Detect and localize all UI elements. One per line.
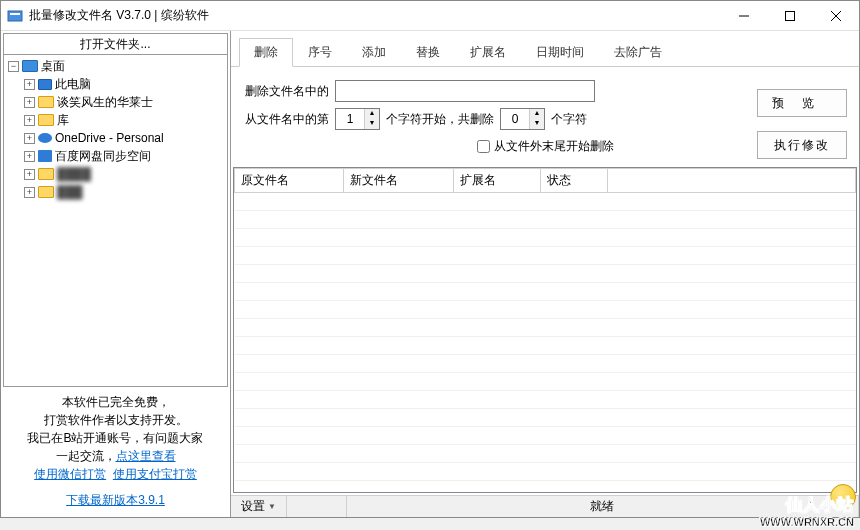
minimize-button[interactable] [721,1,767,31]
folder-icon [38,168,54,180]
folder-icon [38,96,54,108]
tree-item[interactable]: +████ [4,165,227,183]
tree-item[interactable]: +库 [4,111,227,129]
tree-item[interactable]: +百度网盘同步空间 [4,147,227,165]
table-row [235,265,856,283]
window-title: 批量修改文件名 V3.7.0 | 缤纷软件 [29,7,721,24]
link-alipay[interactable]: 使用支付宝打赏 [113,467,197,481]
from-char-label-b: 个字符开始，共删除 [386,111,494,128]
footer-line1: 本软件已完全免费， [7,393,224,411]
tree-item-label: ███ [57,185,83,199]
link-download[interactable]: 下载最新版本3.9.1 [66,493,165,507]
table-row [235,283,856,301]
tree-item[interactable]: +███ [4,183,227,201]
tab-1[interactable]: 序号 [293,38,347,67]
tab-2[interactable]: 添加 [347,38,401,67]
link-wechat[interactable]: 使用微信打赏 [34,467,106,481]
expand-icon[interactable]: + [24,169,35,180]
tab-5[interactable]: 日期时间 [521,38,599,67]
spin-up-icon[interactable]: ▲ [365,109,379,119]
table-row [235,193,856,211]
folder-icon [38,79,52,90]
from-end-checkbox[interactable] [477,140,490,153]
tree-item[interactable]: +谈笑风生的华莱士 [4,93,227,111]
tree-item-label: 谈笑风生的华莱士 [57,94,153,111]
tree-item[interactable]: +此电脑 [4,75,227,93]
expand-icon[interactable]: + [24,187,35,198]
tab-4[interactable]: 扩展名 [455,38,521,67]
tab-6[interactable]: 去除广告 [599,38,677,67]
table-row [235,229,856,247]
table-row [235,409,856,427]
column-header[interactable]: 状态 [541,169,607,193]
open-folder-button[interactable]: 打开文件夹... [3,33,228,55]
column-header[interactable]: 扩展名 [453,169,541,193]
expand-icon[interactable]: + [24,133,35,144]
table-row [235,355,856,373]
settings-label: 设置 [241,498,265,515]
from-char-label-a: 从文件名中的第 [245,111,329,128]
status-text: 就绪 [347,496,859,517]
folder-icon [38,186,54,198]
table-row [235,301,856,319]
expand-icon[interactable]: + [24,151,35,162]
column-header[interactable]: 新文件名 [344,169,453,193]
delete-count-value[interactable] [501,109,529,129]
table-row [235,427,856,445]
svg-rect-0 [8,11,22,21]
tree-item-label: 此电脑 [55,76,91,93]
watermark-emoji [830,484,856,510]
folder-icon [38,150,52,162]
spin-down-icon[interactable]: ▼ [530,119,544,129]
results-grid[interactable]: 原文件名新文件名扩展名状态 [233,167,857,493]
maximize-button[interactable] [767,1,813,31]
svg-rect-3 [786,12,795,21]
footer-line3b: 一起交流， [56,449,116,463]
execute-button[interactable]: 执行修改 [757,131,847,159]
delete-text-input[interactable] [335,80,595,102]
footer-line2: 打赏软件作者以支持开发。 [7,411,224,429]
tree-item[interactable]: +OneDrive - Personal [4,129,227,147]
start-char-value[interactable] [336,109,364,129]
right-panel: 删除序号添加替换扩展名日期时间去除广告 删除文件名中的 从文件名中的第 ▲▼ 个… [231,31,859,517]
expand-icon[interactable]: + [24,97,35,108]
start-char-spinner[interactable]: ▲▼ [335,108,380,130]
tree-root[interactable]: − 桌面 [4,57,227,75]
titlebar: 批量修改文件名 V3.7.0 | 缤纷软件 [1,1,859,31]
close-button[interactable] [813,1,859,31]
folder-icon [38,133,52,143]
column-filler [607,169,855,193]
desktop-icon [22,60,38,72]
spin-up-icon[interactable]: ▲ [530,109,544,119]
table-row [235,211,856,229]
execute-label: 执行修改 [774,138,830,152]
delete-label: 删除文件名中的 [245,83,329,100]
expand-icon[interactable]: + [24,79,35,90]
folder-tree[interactable]: − 桌面 +此电脑+谈笑风生的华莱士+库+OneDrive - Personal… [3,55,228,387]
settings-button[interactable]: 设置 ▼ [231,496,287,517]
tabs: 删除序号添加替换扩展名日期时间去除广告 [239,37,851,66]
table-row [235,445,856,463]
footer-line3a: 我已在B站开通账号，有问题大家 [27,431,203,445]
from-char-label-c: 个字符 [551,111,587,128]
spin-down-icon[interactable]: ▼ [365,119,379,129]
left-panel: 打开文件夹... − 桌面 +此电脑+谈笑风生的华莱士+库+OneDrive -… [1,31,231,517]
collapse-icon[interactable]: − [8,61,19,72]
tree-root-label: 桌面 [41,58,65,75]
tree-item-label: 库 [57,112,69,129]
expand-icon[interactable]: + [24,115,35,126]
link-view[interactable]: 点这里查看 [116,449,176,463]
tab-0[interactable]: 删除 [239,38,293,67]
tree-item-label: 百度网盘同步空间 [55,148,151,165]
table-row [235,247,856,265]
preview-button[interactable]: 预览 [757,89,847,117]
tree-item-label: OneDrive - Personal [55,131,164,145]
column-header[interactable]: 原文件名 [235,169,344,193]
table-row [235,373,856,391]
svg-rect-1 [10,13,20,15]
info-footer: 本软件已完全免费， 打赏软件作者以支持开发。 我已在B站开通账号，有问题大家 一… [3,387,228,515]
tab-3[interactable]: 替换 [401,38,455,67]
preview-label: 预览 [772,96,832,110]
open-folder-label: 打开文件夹... [80,36,150,53]
delete-count-spinner[interactable]: ▲▼ [500,108,545,130]
